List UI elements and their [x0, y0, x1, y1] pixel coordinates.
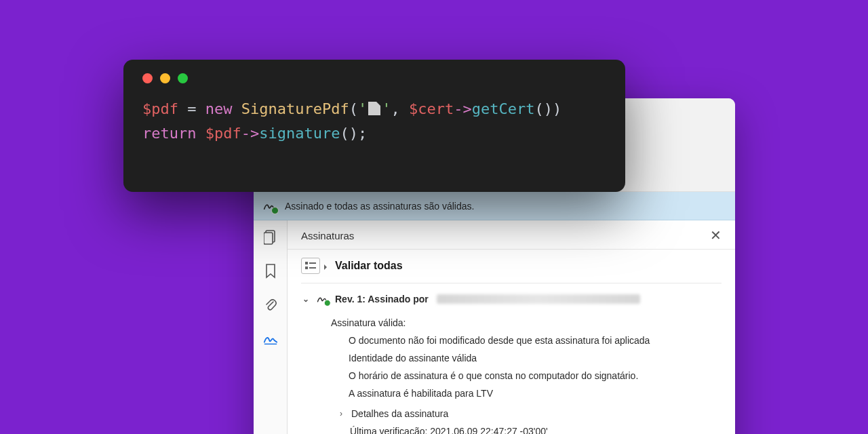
code-token: new — [205, 100, 233, 117]
code-token — [196, 125, 205, 142]
panel-title: Assinaturas — [301, 230, 354, 241]
revision-label: Rev. 1: Assinado por — [335, 294, 429, 304]
code-token: , — [391, 100, 409, 117]
signature-details-label: Detalhes da assinatura — [351, 408, 448, 419]
code-token: ()) — [534, 100, 561, 117]
panel-header: Assinaturas ✕ — [288, 220, 735, 250]
code-token: ' — [358, 100, 367, 117]
signature-status-text: Assinado e todas as assinaturas são váli… — [285, 201, 474, 212]
detail-line: O horário de assinatura é o que consta n… — [349, 370, 722, 381]
code-token: = — [178, 100, 205, 117]
detail-line: O documento não foi modificado desde que… — [349, 335, 722, 346]
window-controls — [142, 73, 606, 83]
code-line-1: $pdf = new SignaturePdf('', $cert->getCe… — [142, 97, 606, 121]
detail-line: A assinatura é habilitada para LTV — [349, 388, 722, 399]
signature-valid-icon — [317, 294, 329, 304]
signatures-panel: Assinaturas ✕ Validar todas ⌄ Rev. 1: As… — [288, 220, 735, 434]
signatures-panel-icon[interactable] — [263, 332, 278, 347]
last-verification: Última verificação: 2021.06.09 22:47:27 … — [350, 426, 722, 434]
code-token: getCert — [472, 100, 535, 117]
code-line-2: return $pdf->signature(); — [142, 121, 606, 146]
chevron-down-icon[interactable]: ⌄ — [301, 294, 311, 304]
svg-rect-6 — [309, 267, 316, 269]
signature-valid-label: Assinatura válida: — [331, 317, 722, 328]
code-token: $pdf — [205, 125, 241, 142]
svg-rect-3 — [305, 262, 308, 264]
code-token — [232, 100, 241, 117]
bookmark-icon[interactable] — [263, 264, 278, 279]
svg-rect-1 — [264, 233, 273, 244]
code-token: $cert — [409, 100, 454, 117]
maximize-window-icon[interactable] — [178, 73, 188, 83]
signer-name-redacted — [437, 294, 640, 304]
signature-tree: ⌄ Rev. 1: Assinado por Assinatura válida… — [288, 283, 735, 434]
code-token: return — [142, 125, 196, 142]
code-token: ' — [382, 100, 391, 117]
code-token: -> — [241, 125, 260, 142]
document-icon — [368, 102, 380, 115]
options-dropdown[interactable] — [301, 258, 320, 274]
attachment-icon[interactable] — [263, 298, 278, 313]
panel-toolbar: Validar todas — [288, 250, 735, 283]
signature-valid-icon — [263, 200, 277, 212]
svg-rect-4 — [309, 262, 316, 264]
minimize-window-icon[interactable] — [160, 73, 170, 83]
close-window-icon[interactable] — [142, 73, 153, 83]
signature-entry[interactable]: ⌄ Rev. 1: Assinado por — [301, 293, 722, 305]
pdf-sidebar — [254, 220, 288, 434]
validate-all-button[interactable]: Validar todas — [335, 260, 403, 272]
signature-details-toggle[interactable]: › Detalhes da assinatura — [336, 408, 722, 419]
code-token: SignaturePdf — [241, 100, 349, 117]
code-token: (); — [340, 125, 367, 142]
code-token: signature — [259, 125, 340, 142]
detail-line: Identidade do assinante válida — [349, 353, 722, 363]
thumbnails-icon[interactable] — [263, 230, 278, 245]
signature-detail-list: O documento não foi modificado desde que… — [349, 335, 722, 399]
signature-status-bar: Assinado e todas as assinaturas são váli… — [254, 192, 735, 220]
pdf-body: Assinaturas ✕ Validar todas ⌄ Rev. 1: As… — [254, 220, 735, 434]
code-token: ( — [349, 100, 358, 117]
svg-rect-5 — [305, 267, 308, 269]
chevron-right-icon: › — [336, 409, 346, 418]
code-editor-window: $pdf = new SignaturePdf('', $cert->getCe… — [123, 60, 625, 192]
code-token: -> — [454, 100, 472, 117]
code-token: $pdf — [142, 100, 178, 117]
close-icon[interactable]: ✕ — [710, 229, 722, 242]
